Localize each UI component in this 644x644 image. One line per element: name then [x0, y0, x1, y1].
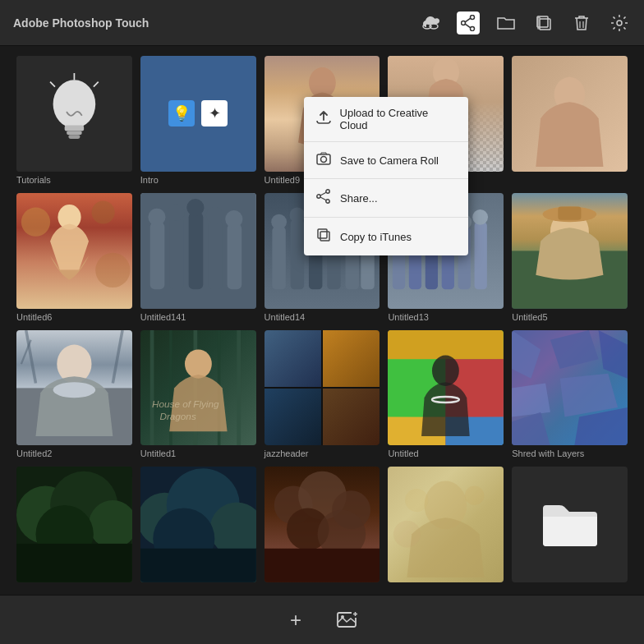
- thumbnail-new-folder: [512, 467, 628, 582]
- svg-rect-34: [227, 223, 242, 289]
- svg-rect-16: [68, 135, 80, 139]
- svg-rect-133: [318, 229, 327, 238]
- thumbnail-untitled5: [512, 193, 628, 309]
- item-label-jazzheader: jazzheader: [264, 448, 380, 458]
- svg-point-11: [617, 21, 622, 25]
- svg-point-124: [393, 521, 421, 548]
- copy-nav-icon[interactable]: [532, 12, 555, 34]
- svg-point-123: [465, 486, 484, 505]
- grid-item-untitled2[interactable]: Untitled2: [16, 330, 132, 459]
- thumbnail-row4a: [16, 467, 132, 582]
- thumbnail-untitled2: [16, 330, 132, 446]
- item-label-untitled: Untitled: [388, 448, 504, 458]
- item-label-shred: Shred with Layers: [512, 448, 628, 458]
- svg-point-128: [317, 195, 320, 198]
- item-label-untitled5: Untitled5: [512, 312, 628, 322]
- grid-item-untitled[interactable]: Untitled: [388, 330, 504, 459]
- grid-item-row4c[interactable]: -: [264, 467, 380, 596]
- svg-line-5: [465, 18, 471, 22]
- svg-point-3: [462, 21, 466, 25]
- svg-rect-14: [65, 125, 84, 131]
- grid-item-empty1[interactable]: -: [512, 56, 628, 185]
- grid-item-row4d[interactable]: -: [388, 467, 504, 596]
- svg-point-28: [95, 253, 130, 288]
- thumbnail-shred: [512, 330, 628, 446]
- grid-item-tutorials[interactable]: Tutorials: [16, 56, 132, 185]
- svg-line-6: [465, 24, 471, 28]
- svg-point-26: [21, 207, 50, 236]
- svg-rect-70: [559, 206, 582, 219]
- item-label-untitled6: Untitled6: [16, 312, 132, 322]
- svg-point-83: [185, 349, 212, 378]
- grid-item-jazzheader[interactable]: jazzheader: [264, 330, 380, 459]
- svg-rect-7: [540, 19, 550, 30]
- svg-point-47: [271, 214, 287, 230]
- svg-point-129: [326, 200, 329, 203]
- svg-text:House of Flying: House of Flying: [152, 398, 219, 408]
- dropdown-item-save-camera[interactable]: Save to Camera Roll: [304, 142, 468, 179]
- creative-cloud-icon[interactable]: [419, 12, 442, 34]
- thumbnail-untitled141: [140, 193, 256, 309]
- svg-point-135: [341, 615, 344, 619]
- share-icon[interactable]: [457, 12, 480, 34]
- header-toolbar: [419, 12, 631, 34]
- dropdown-label-save-camera: Save to Camera Roll: [340, 154, 439, 167]
- thumbnail-intro: 💡 ✦: [140, 56, 256, 172]
- thumbnail-empty1: [512, 56, 628, 172]
- svg-rect-30: [150, 222, 165, 289]
- thumbnail-jazzheader: [264, 330, 380, 446]
- svg-rect-32: [188, 212, 203, 289]
- svg-rect-8: [537, 16, 548, 27]
- svg-point-48: [289, 207, 305, 223]
- thumbnail-row4d: [388, 467, 504, 582]
- svg-line-130: [320, 192, 326, 196]
- dropdown-item-copy-itunes[interactable]: Copy to iTunes: [304, 218, 468, 255]
- svg-rect-112: [140, 549, 256, 582]
- item-label-tutorials: Tutorials: [16, 175, 132, 185]
- dropdown-label-upload-cloud: Upload to Creative Cloud: [340, 107, 457, 131]
- dropdown-item-upload-cloud[interactable]: Upload to Creative Cloud: [304, 97, 468, 142]
- copy-itunes-icon: [315, 228, 332, 246]
- grid-item-row4a[interactable]: -: [16, 467, 132, 596]
- thumbnail-row4b: [140, 467, 256, 582]
- dropdown-label-copy-itunes: Copy to iTunes: [340, 231, 412, 243]
- import-image-button[interactable]: [332, 604, 365, 637]
- svg-marker-97: [512, 383, 550, 416]
- dropdown-item-share[interactable]: Share...: [304, 179, 468, 218]
- svg-rect-59: [475, 222, 487, 289]
- thumbnail-tutorials: [16, 56, 132, 172]
- dropdown-label-share: Share...: [340, 192, 378, 205]
- grid-item-shred[interactable]: Shred with Layers: [512, 330, 628, 459]
- settings-icon[interactable]: [608, 12, 631, 34]
- grid-item-untitled6[interactable]: Untitled6: [16, 193, 132, 322]
- svg-rect-42: [290, 220, 303, 289]
- trash-icon[interactable]: [570, 12, 593, 34]
- thumbnail-untitled6: [16, 193, 132, 309]
- svg-rect-82: [237, 330, 241, 446]
- add-project-button[interactable]: +: [279, 604, 312, 637]
- svg-point-13: [53, 80, 96, 128]
- svg-point-91: [432, 355, 459, 386]
- item-label-intro: Intro: [140, 175, 256, 185]
- folder-nav-icon[interactable]: [494, 12, 518, 34]
- svg-rect-33: [208, 220, 223, 289]
- grid-item-intro[interactable]: 💡 ✦ Intro: [140, 56, 256, 185]
- grid-item-new-folder[interactable]: -: [512, 467, 628, 596]
- item-label-untitled2: Untitled2: [16, 448, 132, 458]
- item-label-untitled14: Untitled14: [264, 312, 380, 322]
- svg-rect-31: [169, 217, 184, 289]
- grid-item-row4b[interactable]: -: [140, 467, 256, 596]
- intro-icon-bulb: 💡: [168, 100, 195, 126]
- svg-point-127: [326, 190, 329, 193]
- item-label-empty1: -: [512, 175, 628, 185]
- svg-rect-41: [272, 227, 285, 289]
- grid-item-untitled141[interactable]: Untitled141: [140, 193, 256, 322]
- save-camera-icon: [315, 152, 332, 168]
- thumbnail-row4c: [264, 467, 380, 582]
- svg-point-27: [92, 200, 115, 223]
- svg-point-38: [206, 206, 223, 223]
- svg-line-131: [320, 197, 326, 200]
- grid-item-untitled1[interactable]: House of Flying Dragons Untitled1: [140, 330, 256, 459]
- grid-item-untitled5[interactable]: Untitled5: [512, 193, 628, 322]
- svg-point-122: [406, 489, 429, 512]
